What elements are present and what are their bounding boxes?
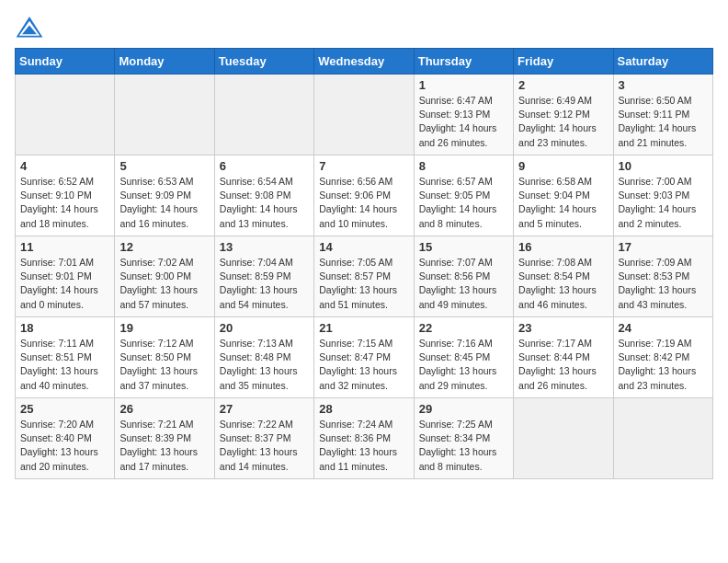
day-info: Sunrise: 7:20 AMSunset: 8:40 PMDaylight:… <box>20 418 109 474</box>
week-row-0: 1Sunrise: 6:47 AMSunset: 9:13 PMDaylight… <box>16 75 713 155</box>
page-header <box>15 15 713 40</box>
day-info: Sunrise: 7:24 AMSunset: 8:36 PMDaylight:… <box>319 418 408 474</box>
day-cell: 9Sunrise: 6:58 AMSunset: 9:04 PMDaylight… <box>514 155 613 236</box>
day-info: Sunrise: 7:25 AMSunset: 8:34 PMDaylight:… <box>419 418 508 474</box>
day-info: Sunrise: 7:15 AMSunset: 8:47 PMDaylight:… <box>319 337 408 393</box>
day-cell: 27Sunrise: 7:22 AMSunset: 8:37 PMDayligh… <box>214 398 313 479</box>
day-info: Sunrise: 7:19 AMSunset: 8:42 PMDaylight:… <box>619 337 708 393</box>
day-number: 26 <box>119 402 209 416</box>
day-info: Sunrise: 7:09 AMSunset: 8:53 PMDaylight:… <box>619 256 708 312</box>
day-info: Sunrise: 6:49 AMSunset: 9:12 PMDaylight:… <box>518 94 608 150</box>
day-cell: 4Sunrise: 6:52 AMSunset: 9:10 PMDaylight… <box>16 155 115 236</box>
header-monday: Monday <box>115 49 214 75</box>
day-cell: 20Sunrise: 7:13 AMSunset: 8:48 PMDayligh… <box>214 317 313 398</box>
day-info: Sunrise: 6:53 AMSunset: 9:09 PMDaylight:… <box>119 175 209 231</box>
day-info: Sunrise: 6:52 AMSunset: 9:10 PMDaylight:… <box>20 175 109 231</box>
day-cell: 12Sunrise: 7:02 AMSunset: 9:00 PMDayligh… <box>115 236 214 317</box>
day-cell: 6Sunrise: 6:54 AMSunset: 9:08 PMDaylight… <box>214 155 313 236</box>
day-cell: 21Sunrise: 7:15 AMSunset: 8:47 PMDayligh… <box>314 317 414 398</box>
day-cell <box>613 398 712 479</box>
day-number: 12 <box>119 240 209 254</box>
day-number: 2 <box>518 78 608 92</box>
day-cell: 2Sunrise: 6:49 AMSunset: 9:12 PMDaylight… <box>514 75 613 155</box>
day-number: 4 <box>20 159 109 173</box>
day-info: Sunrise: 6:57 AMSunset: 9:05 PMDaylight:… <box>419 175 508 231</box>
week-row-2: 11Sunrise: 7:01 AMSunset: 9:01 PMDayligh… <box>16 236 713 317</box>
day-number: 10 <box>619 159 708 173</box>
header-friday: Friday <box>514 49 613 75</box>
day-number: 29 <box>419 402 508 416</box>
logo-icon <box>15 15 44 40</box>
day-cell: 28Sunrise: 7:24 AMSunset: 8:36 PMDayligh… <box>314 398 414 479</box>
day-cell <box>16 75 115 155</box>
day-info: Sunrise: 7:12 AMSunset: 8:50 PMDaylight:… <box>119 337 209 393</box>
day-number: 5 <box>119 159 209 173</box>
day-number: 20 <box>220 321 309 335</box>
day-info: Sunrise: 6:47 AMSunset: 9:13 PMDaylight:… <box>419 94 508 150</box>
day-cell: 14Sunrise: 7:05 AMSunset: 8:57 PMDayligh… <box>314 236 414 317</box>
week-row-3: 18Sunrise: 7:11 AMSunset: 8:51 PMDayligh… <box>16 317 713 398</box>
header-row: SundayMondayTuesdayWednesdayThursdayFrid… <box>16 49 713 75</box>
day-number: 8 <box>419 159 508 173</box>
day-info: Sunrise: 7:16 AMSunset: 8:45 PMDaylight:… <box>419 337 508 393</box>
day-cell: 10Sunrise: 7:00 AMSunset: 9:03 PMDayligh… <box>613 155 712 236</box>
day-cell: 3Sunrise: 6:50 AMSunset: 9:11 PMDaylight… <box>613 75 712 155</box>
logo <box>15 15 48 40</box>
day-number: 24 <box>619 321 708 335</box>
day-number: 27 <box>220 402 309 416</box>
day-info: Sunrise: 7:17 AMSunset: 8:44 PMDaylight:… <box>518 337 608 393</box>
day-number: 19 <box>119 321 209 335</box>
day-info: Sunrise: 7:13 AMSunset: 8:48 PMDaylight:… <box>220 337 309 393</box>
day-cell: 11Sunrise: 7:01 AMSunset: 9:01 PMDayligh… <box>16 236 115 317</box>
day-number: 11 <box>20 240 109 254</box>
day-info: Sunrise: 7:21 AMSunset: 8:39 PMDaylight:… <box>119 418 209 474</box>
day-number: 21 <box>319 321 408 335</box>
calendar-table: SundayMondayTuesdayWednesdayThursdayFrid… <box>15 48 713 479</box>
day-cell <box>115 75 214 155</box>
day-cell: 13Sunrise: 7:04 AMSunset: 8:59 PMDayligh… <box>214 236 313 317</box>
day-cell: 29Sunrise: 7:25 AMSunset: 8:34 PMDayligh… <box>414 398 513 479</box>
day-number: 1 <box>419 78 508 92</box>
day-number: 18 <box>20 321 109 335</box>
day-info: Sunrise: 7:11 AMSunset: 8:51 PMDaylight:… <box>20 337 109 393</box>
day-info: Sunrise: 6:50 AMSunset: 9:11 PMDaylight:… <box>619 94 708 150</box>
day-number: 9 <box>518 159 608 173</box>
day-info: Sunrise: 7:01 AMSunset: 9:01 PMDaylight:… <box>20 256 109 312</box>
day-cell <box>214 75 313 155</box>
day-cell: 1Sunrise: 6:47 AMSunset: 9:13 PMDaylight… <box>414 75 513 155</box>
day-cell <box>514 398 613 479</box>
week-row-4: 25Sunrise: 7:20 AMSunset: 8:40 PMDayligh… <box>16 398 713 479</box>
header-tuesday: Tuesday <box>214 49 313 75</box>
day-number: 17 <box>619 240 708 254</box>
day-number: 28 <box>319 402 408 416</box>
day-cell: 22Sunrise: 7:16 AMSunset: 8:45 PMDayligh… <box>414 317 513 398</box>
day-info: Sunrise: 6:58 AMSunset: 9:04 PMDaylight:… <box>518 175 608 231</box>
day-number: 16 <box>518 240 608 254</box>
day-cell: 7Sunrise: 6:56 AMSunset: 9:06 PMDaylight… <box>314 155 414 236</box>
header-wednesday: Wednesday <box>314 49 414 75</box>
day-cell: 25Sunrise: 7:20 AMSunset: 8:40 PMDayligh… <box>16 398 115 479</box>
day-info: Sunrise: 7:02 AMSunset: 9:00 PMDaylight:… <box>119 256 209 312</box>
day-cell: 16Sunrise: 7:08 AMSunset: 8:54 PMDayligh… <box>514 236 613 317</box>
day-info: Sunrise: 6:54 AMSunset: 9:08 PMDaylight:… <box>220 175 309 231</box>
day-cell: 19Sunrise: 7:12 AMSunset: 8:50 PMDayligh… <box>115 317 214 398</box>
day-number: 15 <box>419 240 508 254</box>
day-info: Sunrise: 7:08 AMSunset: 8:54 PMDaylight:… <box>518 256 608 312</box>
week-row-1: 4Sunrise: 6:52 AMSunset: 9:10 PMDaylight… <box>16 155 713 236</box>
day-number: 7 <box>319 159 408 173</box>
day-number: 3 <box>619 78 708 92</box>
day-info: Sunrise: 7:00 AMSunset: 9:03 PMDaylight:… <box>619 175 708 231</box>
day-cell: 15Sunrise: 7:07 AMSunset: 8:56 PMDayligh… <box>414 236 513 317</box>
day-cell: 26Sunrise: 7:21 AMSunset: 8:39 PMDayligh… <box>115 398 214 479</box>
day-info: Sunrise: 7:05 AMSunset: 8:57 PMDaylight:… <box>319 256 408 312</box>
day-cell: 18Sunrise: 7:11 AMSunset: 8:51 PMDayligh… <box>16 317 115 398</box>
day-cell <box>314 75 414 155</box>
day-cell: 5Sunrise: 6:53 AMSunset: 9:09 PMDaylight… <box>115 155 214 236</box>
day-number: 14 <box>319 240 408 254</box>
day-info: Sunrise: 7:22 AMSunset: 8:37 PMDaylight:… <box>220 418 309 474</box>
header-saturday: Saturday <box>613 49 712 75</box>
day-number: 6 <box>220 159 309 173</box>
day-cell: 8Sunrise: 6:57 AMSunset: 9:05 PMDaylight… <box>414 155 513 236</box>
day-info: Sunrise: 7:07 AMSunset: 8:56 PMDaylight:… <box>419 256 508 312</box>
day-cell: 23Sunrise: 7:17 AMSunset: 8:44 PMDayligh… <box>514 317 613 398</box>
